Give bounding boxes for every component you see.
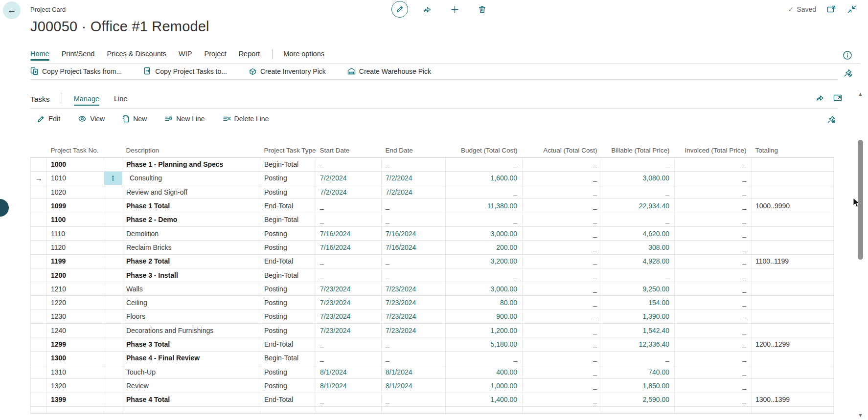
cell-billable-total-price[interactable]: 22,934.40 <box>602 199 675 213</box>
cell-description[interactable]: Review and Sign-off <box>122 185 260 199</box>
cell-project-task-type[interactable]: Posting <box>260 379 316 393</box>
cell-end-date[interactable]: _ <box>382 351 446 365</box>
tab-print-send[interactable]: Print/Send <box>62 50 95 62</box>
unpin-actionbar-icon[interactable] <box>844 68 853 78</box>
cell-project-task-type[interactable]: Posting <box>260 171 316 185</box>
cell-description[interactable]: Phase 1 - Planning and Specs <box>122 157 260 171</box>
cell-description[interactable]: Demolition <box>122 226 260 240</box>
cell-invoiced-total-price[interactable]: _ <box>675 324 752 337</box>
cell-billable-total-price[interactable]: _ <box>602 157 675 171</box>
cell-budget-total-cost[interactable]: 3,000.00 <box>446 282 523 296</box>
cell-project-task-no[interactable]: 1299 <box>47 337 104 351</box>
cell-description[interactable]: Decorations and Furnishings <box>122 324 260 337</box>
share-icon[interactable] <box>419 1 435 18</box>
cell-project-task-type[interactable]: Posting <box>260 241 316 254</box>
cell-invoiced-total-price[interactable]: _ <box>675 337 752 351</box>
cell-end-date[interactable]: 7/16/2024 <box>382 241 446 254</box>
cell-end-date[interactable]: _ <box>382 254 446 268</box>
cell-start-date[interactable]: 7/2/2024 <box>316 185 382 199</box>
cell-end-date[interactable]: 7/16/2024 <box>382 226 446 240</box>
cell-project-task-no[interactable]: 1240 <box>47 324 104 337</box>
cell-actual-total-cost[interactable]: _ <box>523 296 602 309</box>
cell-totaling[interactable] <box>752 365 834 378</box>
cell-billable-total-price[interactable]: _ <box>602 351 675 365</box>
share-part-icon[interactable] <box>815 93 825 103</box>
grid-action-new-line[interactable]: New Line <box>164 115 205 123</box>
column-header-budget-total-cost[interactable]: Budget (Total Cost) <box>446 144 523 157</box>
cell-project-task-no[interactable]: 1220 <box>47 296 104 309</box>
cell-description[interactable]: Phase 2 Total <box>122 254 260 268</box>
cell-end-date[interactable]: _ <box>382 213 446 226</box>
action-copy-project-tasks-to[interactable]: Copy Project Tasks to... <box>143 67 227 75</box>
cell-totaling[interactable] <box>752 213 834 226</box>
cell-description[interactable]: Phase 2 - Demo <box>122 213 260 226</box>
row-options-cell[interactable] <box>104 296 122 309</box>
cell-end-date[interactable]: _ <box>382 157 446 171</box>
cell-invoiced-total-price[interactable]: _ <box>675 171 752 185</box>
cell-start-date[interactable]: _ <box>316 199 382 213</box>
cell-start-date[interactable]: 7/23/2024 <box>316 324 382 337</box>
cell-invoiced-total-price[interactable]: _ <box>675 157 752 171</box>
cell-billable-total-price[interactable]: 1,850.00 <box>602 379 675 393</box>
cell-start-date[interactable]: 8/1/2024 <box>316 365 382 378</box>
tab-home[interactable]: Home <box>30 50 49 62</box>
cell-billable-total-price[interactable]: 4,928.00 <box>602 254 675 268</box>
cell-description[interactable]: Consulting <box>122 171 260 185</box>
cell-project-task-type[interactable]: Posting <box>260 185 316 199</box>
cell-project-task-type[interactable]: Posting <box>260 296 316 309</box>
column-header-start-date[interactable]: Start Date <box>316 144 382 157</box>
cell-budget-total-cost[interactable]: 1,000.00 <box>446 379 523 393</box>
open-in-window-icon[interactable] <box>826 4 837 15</box>
row-options-menu-icon[interactable]: ⋮ <box>104 171 122 185</box>
cell-totaling[interactable]: 1200..1299 <box>752 337 834 351</box>
tab-wip[interactable]: WIP <box>179 50 192 62</box>
cell-invoiced-total-price[interactable]: _ <box>675 199 752 213</box>
row-options-cell[interactable] <box>104 254 122 268</box>
cell-budget-total-cost[interactable]: 1,600.00 <box>446 171 523 185</box>
cell-project-task-no[interactable]: 1230 <box>47 309 104 323</box>
cell-budget-total-cost[interactable]: _ <box>446 157 523 171</box>
cell-project-task-no[interactable]: 1320 <box>47 379 104 393</box>
cell-invoiced-total-price[interactable]: _ <box>675 365 752 378</box>
cell-description[interactable]: Floors <box>122 309 260 323</box>
row-options-cell[interactable] <box>104 157 122 171</box>
cell-billable-total-price[interactable]: 740.00 <box>602 365 675 378</box>
tab-project[interactable]: Project <box>204 50 226 62</box>
row-options-cell[interactable] <box>104 226 122 240</box>
cell-end-date[interactable]: 7/2/2024 <box>382 171 446 185</box>
cell-end-date[interactable]: 7/23/2024 <box>382 309 446 323</box>
row-options-cell[interactable] <box>104 282 122 296</box>
cell-start-date[interactable]: _ <box>316 268 382 282</box>
cell-project-task-no[interactable]: 1120 <box>47 241 104 254</box>
cell-budget-total-cost[interactable]: 80.00 <box>446 296 523 309</box>
cell-end-date[interactable]: 7/2/2024 <box>382 185 446 199</box>
cell-project-task-type[interactable]: Posting <box>260 282 316 296</box>
cell-actual-total-cost[interactable]: _ <box>523 157 602 171</box>
cell-end-date[interactable]: _ <box>382 199 446 213</box>
cell-actual-total-cost[interactable]: _ <box>523 213 602 226</box>
cell-project-task-no[interactable]: 1300 <box>47 351 104 365</box>
unpin-grid-icon[interactable] <box>827 115 837 125</box>
row-options-cell[interactable] <box>104 268 122 282</box>
cell-billable-total-price[interactable]: 12,336.40 <box>602 337 675 351</box>
cell-start-date[interactable]: _ <box>316 337 382 351</box>
cell-totaling[interactable]: 1300..1399 <box>752 393 834 406</box>
cell-project-task-no[interactable]: 1399 <box>47 393 104 406</box>
tab-report[interactable]: Report <box>239 50 260 62</box>
grid-action-edit[interactable]: Edit <box>37 115 60 123</box>
cell-billable-total-price[interactable]: 9,250.00 <box>602 282 675 296</box>
cell-description[interactable]: Phase 4 Total <box>122 393 260 406</box>
row-options-cell[interactable] <box>104 241 122 254</box>
cell-start-date[interactable]: _ <box>316 254 382 268</box>
cell-start-date[interactable]: 7/23/2024 <box>316 309 382 323</box>
cell-start-date[interactable]: 7/16/2024 <box>316 226 382 240</box>
cell-budget-total-cost[interactable]: _ <box>446 351 523 365</box>
cell-budget-total-cost[interactable]: 400.00 <box>446 365 523 378</box>
cell-actual-total-cost[interactable]: _ <box>523 254 602 268</box>
grid-action-new[interactable]: New <box>122 115 147 123</box>
column-header-invoiced-total-price[interactable]: Invoiced (Total Price) <box>675 144 752 157</box>
cell-billable-total-price[interactable]: 1,542.40 <box>602 324 675 337</box>
cell-description[interactable]: Review <box>122 379 260 393</box>
cell-description[interactable]: Walls <box>122 282 260 296</box>
column-header-actual-total-cost[interactable]: Actual (Total Cost) <box>523 144 602 157</box>
